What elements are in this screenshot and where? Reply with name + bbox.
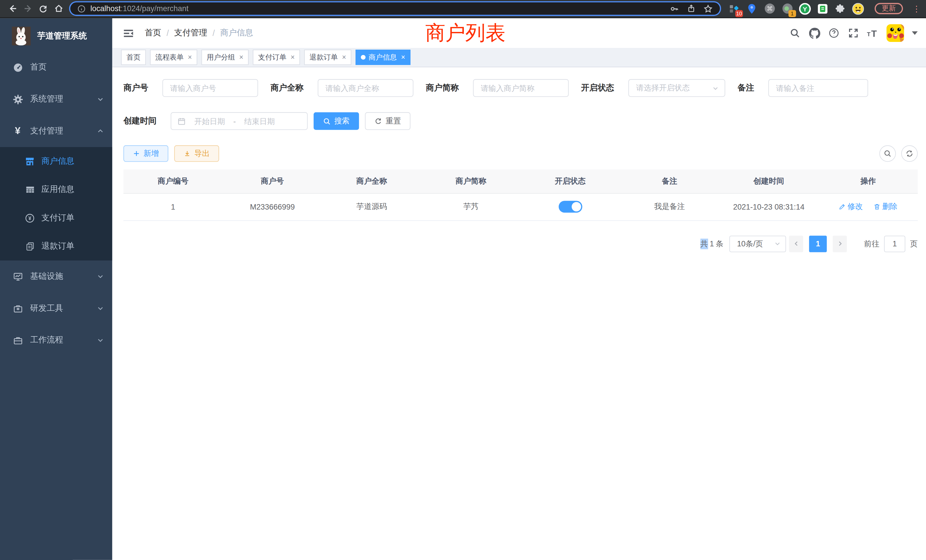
tab-process-form[interactable]: 流程表单 xyxy=(150,50,197,65)
full-name-input[interactable] xyxy=(318,79,413,97)
page-size-select[interactable]: 10条/页 xyxy=(729,235,786,252)
add-button[interactable]: 新增 xyxy=(123,145,168,162)
start-date-input[interactable] xyxy=(188,117,231,126)
close-icon[interactable] xyxy=(291,53,295,61)
sidebar-item-infra[interactable]: 基础设施 xyxy=(0,260,112,292)
create-time-range-picker[interactable]: - xyxy=(171,112,308,130)
extension-y-icon[interactable]: Y xyxy=(799,3,811,14)
forward-icon[interactable] xyxy=(20,1,35,16)
col-status: 开启状态 xyxy=(520,170,620,193)
back-icon[interactable] xyxy=(5,1,20,16)
end-date-input[interactable] xyxy=(238,117,280,126)
short-name-input[interactable] xyxy=(473,79,569,97)
tab-refund-order[interactable]: 退款订单 xyxy=(304,50,351,65)
sidebar-collapse-icon[interactable] xyxy=(122,27,135,39)
sidebar-subitem-label: 应用信息 xyxy=(41,184,74,195)
page-number-1[interactable]: 1 xyxy=(809,235,827,252)
cell-full-name: 芋道源码 xyxy=(322,193,421,220)
merchant-table: 商户编号 商户号 商户全称 商户简称 开启状态 备注 创建时间 操作 1 xyxy=(123,170,918,221)
remark-input[interactable] xyxy=(768,79,868,97)
status-select[interactable]: 请选择开启状态 xyxy=(628,79,725,97)
col-actions: 操作 xyxy=(819,170,918,193)
edit-link[interactable]: 修改 xyxy=(839,201,863,212)
extension-command-icon[interactable]: ⌘ xyxy=(764,3,775,14)
delete-link[interactable]: 删除 xyxy=(873,201,897,212)
sidebar-subitem-label: 支付订单 xyxy=(41,213,74,223)
extensions-area: 10 ⌘ 1 Y 更新 ⋮ xyxy=(728,3,921,14)
table-search-toggle-icon[interactable] xyxy=(879,145,896,162)
extension-pin-icon[interactable] xyxy=(746,3,758,14)
extension-tiles-icon[interactable]: 10 xyxy=(728,3,740,14)
extensions-puzzle-icon[interactable] xyxy=(834,3,846,14)
export-button[interactable]: 导出 xyxy=(174,145,219,162)
pagination: 共 1 条 10条/页 1 xyxy=(123,235,918,252)
app-logo-rabbit xyxy=(12,27,30,45)
extension-proxy-icon[interactable]: 1 xyxy=(781,3,793,14)
share-icon[interactable] xyxy=(687,4,696,13)
site-info-icon[interactable] xyxy=(77,5,86,13)
sidebar-item-devtools[interactable]: 研发工具 xyxy=(0,292,112,324)
table-refresh-icon[interactable] xyxy=(901,145,918,162)
status-select-placeholder: 请选择开启状态 xyxy=(636,83,690,93)
password-key-icon[interactable] xyxy=(670,4,679,13)
url-bar[interactable]: localhost:1024/pay/merchant xyxy=(69,1,721,16)
sidebar-subitem-pay-order[interactable]: ¥ 支付订单 xyxy=(0,204,112,232)
caret-down-icon[interactable] xyxy=(912,31,918,35)
toolbox-icon xyxy=(12,303,23,314)
close-icon[interactable] xyxy=(188,53,192,61)
search-button[interactable]: 搜索 xyxy=(313,112,359,130)
goto-page-input[interactable] xyxy=(884,235,905,252)
bookmark-star-icon[interactable] xyxy=(704,4,713,13)
profile-avatar-emoji[interactable] xyxy=(852,3,864,14)
workflow-icon xyxy=(12,335,23,345)
help-icon[interactable] xyxy=(828,27,840,39)
chevron-down-icon xyxy=(97,337,104,344)
reset-button[interactable]: 重置 xyxy=(365,112,410,130)
col-short-name: 商户简称 xyxy=(421,170,520,193)
col-merchant-no: 商户号 xyxy=(222,170,322,193)
github-icon[interactable] xyxy=(808,27,820,39)
browser-menu-kebab-icon[interactable]: ⋮ xyxy=(912,4,921,13)
breadcrumb-pay[interactable]: 支付管理 xyxy=(174,28,207,38)
status-toggle-on[interactable] xyxy=(558,201,582,212)
search-icon[interactable] xyxy=(789,27,800,39)
tab-user-group[interactable]: 用户分组 xyxy=(201,50,249,65)
tab-merchant-info[interactable]: 商户信息 xyxy=(356,50,410,65)
status-label: 开启状态 xyxy=(581,83,614,93)
user-avatar[interactable] xyxy=(887,24,904,42)
tab-label: 用户分组 xyxy=(207,52,235,62)
browser-update-button[interactable]: 更新 xyxy=(875,3,903,14)
tab-pay-order[interactable]: 支付订单 xyxy=(253,50,300,65)
merchant-no-input[interactable] xyxy=(162,79,258,97)
tab-label: 流程表单 xyxy=(155,52,184,62)
reload-icon[interactable] xyxy=(35,1,51,16)
sidebar-item-pay[interactable]: ¥ 支付管理 xyxy=(0,115,112,147)
app-logo-row[interactable]: 芋道管理系统 xyxy=(0,18,112,45)
short-name-label: 商户简称 xyxy=(426,83,459,93)
pay-submenu: 商户信息 应用信息 ¥ 支付订单 xyxy=(0,147,112,260)
home-icon[interactable] xyxy=(51,1,66,16)
sidebar-subitem-refund-order[interactable]: 退款订单 xyxy=(0,232,112,260)
extension-notes-icon[interactable] xyxy=(817,3,829,14)
breadcrumb-current: 商户信息 xyxy=(220,28,253,38)
next-page-icon[interactable] xyxy=(833,235,847,252)
export-button-label: 导出 xyxy=(194,148,210,159)
close-icon[interactable] xyxy=(342,53,346,61)
fullscreen-icon[interactable] xyxy=(847,27,859,39)
table-row: 1 M233666999 芋道源码 芋艿 我是备注 2021-10-23 08:… xyxy=(123,193,918,220)
close-icon[interactable] xyxy=(239,53,244,61)
tab-home[interactable]: 首页 xyxy=(121,50,146,65)
font-size-icon[interactable]: TT xyxy=(867,27,879,39)
sidebar-subitem-merchant[interactable]: 商户信息 xyxy=(0,147,112,176)
dashboard-icon xyxy=(12,62,23,73)
sidebar-item-workflow[interactable]: 工作流程 xyxy=(0,324,112,356)
breadcrumb-home[interactable]: 首页 xyxy=(145,28,161,38)
sidebar-item-system[interactable]: 系统管理 xyxy=(0,83,112,115)
prev-page-icon[interactable] xyxy=(789,235,803,252)
breadcrumb: 首页 / 支付管理 / 商户信息 xyxy=(145,28,253,38)
sidebar-subitem-app[interactable]: 应用信息 xyxy=(0,176,112,204)
sidebar-subitem-label: 商户信息 xyxy=(41,156,74,166)
sidebar-item-home[interactable]: 首页 xyxy=(0,51,112,83)
close-icon[interactable] xyxy=(401,53,406,61)
tab-label: 支付订单 xyxy=(258,52,286,62)
